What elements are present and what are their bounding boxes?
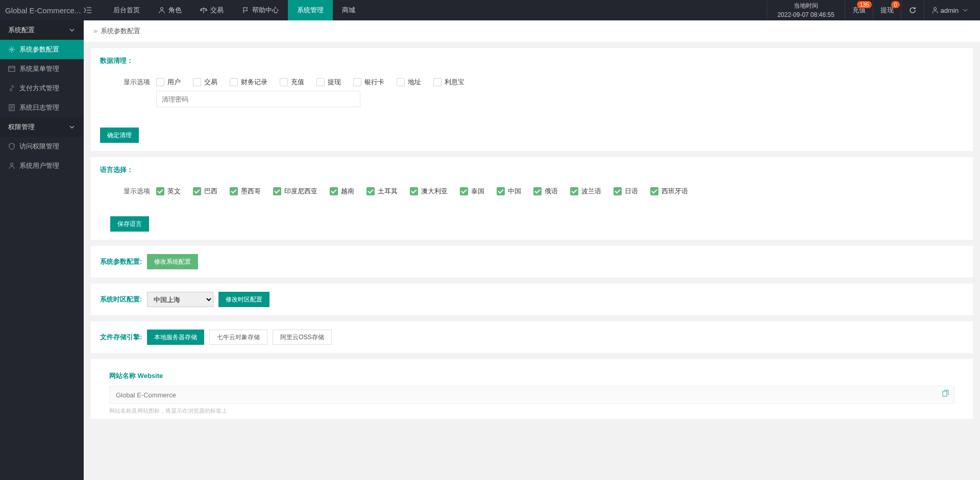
section-title: 系统参数配置: (100, 257, 142, 266)
recharge-link[interactable]: 充值 135 (845, 0, 873, 20)
sidebar-group-system[interactable]: 系统配置 (0, 20, 84, 40)
clean-option[interactable]: 提现 (316, 78, 341, 87)
sidebar-label: 系统日志管理 (19, 103, 59, 112)
checkbox-checked-icon (193, 187, 201, 195)
sidebar-item-payment[interactable]: 支付方式管理 (0, 79, 84, 98)
website-name-input[interactable] (109, 386, 954, 404)
withdraw-link[interactable]: 提现 0 (873, 0, 901, 20)
main: >> 系统参数配置 数据清理： 显示选项 用户交易财务记录充值提现银行卡地址利息… (84, 20, 980, 480)
copy-icon[interactable] (941, 390, 949, 398)
nav-help[interactable]: 帮助中心 (233, 0, 288, 20)
card-data-clean: 数据清理： 显示选项 用户交易财务记录充值提现银行卡地址利息宝 确定清理 (91, 48, 973, 151)
sidebar-item-logs[interactable]: 系统日志管理 (0, 98, 84, 117)
sidebar-group-permissions[interactable]: 权限管理 (0, 117, 84, 137)
clean-password-input[interactable] (156, 91, 360, 107)
nav-label: 商城 (342, 6, 355, 15)
lang-option[interactable]: 越南 (330, 187, 354, 196)
lang-option[interactable]: 波兰语 (570, 187, 601, 196)
option-label: 墨西哥 (241, 187, 261, 196)
nav-mall[interactable]: 商城 (333, 0, 364, 20)
save-language-button[interactable]: 保存语言 (110, 216, 149, 232)
card-sysparam: 系统参数配置: 修改系统配置 (91, 246, 973, 277)
option-label: 英文 (167, 187, 181, 196)
lang-option[interactable]: 俄语 (533, 187, 558, 196)
nav-system[interactable]: 系统管理 (288, 0, 333, 20)
top-nav: 后台首页 角色 交易 帮助中心 系统管理 商城 (104, 0, 364, 20)
option-label: 巴西 (204, 187, 217, 196)
sidebar-item-users[interactable]: 系统用户管理 (0, 156, 84, 175)
checkbox-checked-icon (230, 187, 238, 195)
menu-collapse-icon (84, 6, 104, 14)
card-website: 网站名称 Website 网站名称及网站图标，将显示在浏览器的标签上 (91, 359, 973, 419)
user-menu[interactable]: admin (924, 0, 980, 20)
clean-option[interactable]: 银行卡 (353, 78, 384, 87)
storage-qiniu-button[interactable]: 七牛云对象存储 (209, 330, 267, 345)
checkbox-checked-icon (650, 187, 658, 195)
chevron-down-icon (963, 8, 968, 13)
chevron-down-icon (68, 27, 76, 34)
chevron-right-icon: >> (93, 28, 96, 34)
nav-home[interactable]: 后台首页 (104, 0, 149, 20)
option-label: 日语 (625, 187, 638, 196)
checkbox-checked-icon (570, 187, 578, 195)
storage-aliyun-button[interactable]: 阿里云OSS存储 (273, 330, 331, 345)
clean-option[interactable]: 财务记录 (230, 78, 267, 87)
website-heading: 网站名称 Website (109, 371, 954, 381)
lang-option[interactable]: 印度尼西亚 (273, 187, 317, 196)
svg-point-0 (161, 8, 163, 10)
lang-option[interactable]: 西班牙语 (650, 187, 688, 196)
user-name: admin (941, 7, 959, 14)
modify-timezone-button[interactable]: 修改时区配置 (218, 292, 270, 307)
checkbox-checked-icon (273, 187, 281, 195)
svg-point-2 (11, 48, 13, 50)
clean-option[interactable]: 用户 (156, 78, 181, 87)
checkbox-icon (433, 78, 442, 86)
storage-local-button[interactable]: 本地服务器存储 (147, 330, 204, 345)
refresh-icon (909, 6, 917, 14)
sidebar-item-menu[interactable]: 系统菜单管理 (0, 59, 84, 79)
checkbox-checked-icon (410, 187, 418, 195)
sidebar-item-access[interactable]: 访问权限管理 (0, 137, 84, 156)
nav-label: 系统管理 (297, 6, 324, 15)
sidebar-label: 系统参数配置 (19, 45, 59, 54)
flag-icon (242, 7, 249, 14)
sidebar-label: 系统菜单管理 (19, 64, 59, 73)
lang-option[interactable]: 日语 (614, 187, 638, 196)
timezone-select[interactable]: 中国上海 (147, 292, 213, 307)
clean-option[interactable]: 充值 (280, 78, 304, 87)
refresh-button[interactable] (901, 0, 924, 20)
section-title: 语言选择： (100, 165, 964, 174)
lang-option[interactable]: 墨西哥 (230, 187, 261, 196)
lang-option[interactable]: 中国 (497, 187, 521, 196)
lang-option[interactable]: 泰国 (460, 187, 484, 196)
option-label: 提现 (328, 78, 341, 87)
user-icon (158, 7, 165, 14)
nav-label: 角色 (168, 6, 182, 15)
row-label: 显示选项 (100, 187, 156, 196)
sidebar-item-params[interactable]: 系统参数配置 (0, 40, 84, 59)
sidebar-toggle[interactable] (84, 6, 104, 14)
clean-option[interactable]: 利息宝 (433, 78, 464, 87)
nav-label: 后台首页 (113, 6, 140, 15)
lang-option[interactable]: 英文 (156, 187, 181, 196)
checkbox-icon (397, 78, 405, 86)
clean-option[interactable]: 交易 (193, 78, 217, 87)
lang-option[interactable]: 巴西 (193, 187, 217, 196)
checkbox-checked-icon (497, 187, 505, 195)
nav-trade[interactable]: 交易 (191, 0, 233, 20)
option-label: 泰国 (471, 187, 484, 196)
top-header: Global E-Commerce... 后台首页 角色 交易 帮助中心 系统管… (0, 0, 980, 20)
row-label: 显示选项 (100, 78, 156, 87)
lang-option[interactable]: 澳大利亚 (410, 187, 448, 196)
confirm-clean-button[interactable]: 确定清理 (100, 128, 139, 143)
clean-option[interactable]: 地址 (397, 78, 421, 87)
doc-icon (8, 104, 15, 111)
lang-option[interactable]: 土耳其 (366, 187, 398, 196)
modify-sysconfig-button[interactable]: 修改系统配置 (147, 254, 198, 269)
nav-roles[interactable]: 角色 (149, 0, 191, 20)
checkbox-checked-icon (460, 187, 468, 195)
checkbox-checked-icon (533, 187, 542, 195)
checkbox-icon (316, 78, 325, 86)
section-title: 数据清理： (100, 56, 964, 65)
scale-icon (200, 7, 207, 14)
